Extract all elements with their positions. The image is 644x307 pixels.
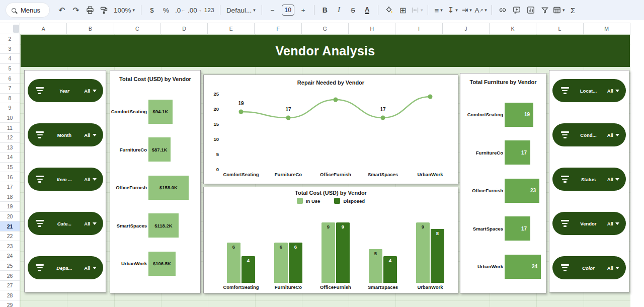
column-header-c[interactable]: C	[114, 23, 161, 34]
row-header-8[interactable]: 8	[0, 94, 20, 104]
slicer-value-dropdown[interactable]: All	[607, 88, 619, 94]
chart-total-cost-by-vendor[interactable]: Total Cost (USD) by Vendor ComfortSeatin…	[110, 70, 201, 293]
text-wrap-icon[interactable]: ⇥ ▾	[460, 4, 473, 17]
decrease-font-size-button[interactable]: −	[266, 4, 279, 17]
row-header-12[interactable]: 12	[0, 133, 20, 143]
slicer-value-dropdown[interactable]: All	[84, 132, 96, 138]
row-header-3[interactable]: 3	[0, 44, 20, 54]
row-header-22[interactable]: 22	[0, 232, 20, 242]
filter-icon[interactable]	[538, 4, 551, 17]
row-header-11[interactable]: 11	[0, 123, 20, 133]
bold-button[interactable]: B	[318, 4, 332, 17]
row-header-17[interactable]: 17	[0, 182, 20, 192]
column-header-i[interactable]: I	[395, 23, 442, 34]
currency-format-icon[interactable]: $	[145, 4, 158, 17]
slicer-vendor[interactable]: VendorAll	[552, 212, 626, 235]
column-header-e[interactable]: E	[208, 23, 255, 34]
column-header-k[interactable]: K	[490, 23, 536, 34]
row-header-24[interactable]: 24	[0, 251, 20, 261]
slicer-depa[interactable]: Depa...All	[28, 256, 103, 279]
slicer-value-dropdown[interactable]: All	[84, 221, 96, 226]
slicer-item[interactable]: Item ...All	[28, 168, 103, 191]
chevron-down-icon: ▾	[133, 8, 135, 13]
slicer-label: Year	[47, 88, 82, 94]
chart-repair-needed-by-vendor[interactable]: Repair Needed by Vendor 051015202519Comf…	[203, 74, 458, 184]
text-color-button[interactable]: A	[361, 4, 374, 17]
slicer-value-dropdown[interactable]: All	[84, 88, 96, 94]
slicer-value-dropdown[interactable]: All	[84, 177, 96, 182]
slicer-cate[interactable]: Cate...All	[28, 212, 103, 235]
row-header-21[interactable]: 21	[0, 221, 20, 232]
chart-total-furniture-by-vendor[interactable]: Total Furniture by Vendor ComfortSeating…	[460, 73, 546, 293]
increase-font-size-button[interactable]: +	[297, 4, 310, 17]
row-header-26[interactable]: 26	[0, 271, 20, 281]
row-header-5[interactable]: 5	[0, 64, 20, 74]
table-views-icon[interactable]: ▾	[552, 4, 566, 17]
redo-icon[interactable]: ↷	[69, 4, 83, 17]
row-header-28[interactable]: 28	[0, 290, 20, 300]
slicer-status[interactable]: StatusAll	[552, 168, 626, 191]
horizontal-align-icon[interactable]: ≡ ▾	[432, 4, 445, 17]
row-header-13[interactable]: 13	[0, 143, 20, 153]
row-header-18[interactable]: 18	[0, 192, 20, 202]
zoom-dropdown[interactable]: 100% ▾	[112, 4, 137, 17]
more-formats-button[interactable]: 123	[203, 4, 216, 17]
column-header-h[interactable]: H	[349, 23, 395, 34]
fill-color-icon[interactable]	[382, 4, 395, 17]
column-header-j[interactable]: J	[443, 23, 490, 34]
strikethrough-button[interactable]: S	[347, 4, 360, 17]
row-header-23[interactable]: 23	[0, 241, 20, 251]
slicer-value-dropdown[interactable]: All	[84, 265, 96, 271]
row-header-15[interactable]: 15	[0, 163, 20, 173]
percent-format-icon[interactable]: %	[159, 4, 173, 17]
print-icon[interactable]	[84, 4, 97, 17]
column-header-m[interactable]: M	[584, 23, 630, 34]
slicer-locat[interactable]: Locat...All	[552, 79, 626, 102]
column-header-l[interactable]: L	[536, 23, 583, 34]
functions-sigma-icon[interactable]: Σ	[567, 4, 580, 17]
font-size-input[interactable]: 10	[282, 5, 294, 16]
slicer-value-dropdown[interactable]: All	[607, 265, 619, 271]
row-header-7[interactable]: 7	[0, 84, 20, 94]
text-rotation-icon[interactable]: A↗ ▾	[474, 4, 488, 17]
slicer-color[interactable]: ColorAll	[552, 256, 626, 279]
column-header-g[interactable]: G	[302, 23, 349, 34]
row-header-19[interactable]: 19	[0, 202, 20, 212]
chart-total-cost-grouped[interactable]: Total Cost (USD) by Vendor In UseDispose…	[203, 187, 458, 293]
insert-chart-icon[interactable]	[524, 4, 537, 17]
row-header-20[interactable]: 20	[0, 212, 20, 222]
slicer-year[interactable]: YearAll	[28, 79, 103, 102]
column-header-b[interactable]: B	[67, 23, 114, 34]
slicer-value-dropdown[interactable]: All	[607, 177, 619, 182]
row-headers: 2345678910111213141516171819202122232425…	[0, 34, 20, 307]
paint-format-icon[interactable]	[98, 4, 111, 17]
column-header-f[interactable]: F	[255, 23, 301, 34]
borders-icon[interactable]: ⊞	[396, 4, 410, 17]
row-header-14[interactable]: 14	[0, 152, 20, 163]
row-header-4[interactable]: 4	[0, 54, 20, 64]
slicer-month[interactable]: MonthAll	[28, 123, 103, 146]
vertical-align-icon[interactable]: ↧ ▾	[446, 4, 459, 17]
row-header-10[interactable]: 10	[0, 113, 20, 123]
row-header-16[interactable]: 16	[0, 172, 20, 182]
row-header-29[interactable]: 29	[0, 300, 20, 307]
increase-decimal-icon[interactable]: .00→	[188, 4, 202, 17]
row-header-25[interactable]: 25	[0, 261, 20, 271]
row-header-9[interactable]: 9	[0, 103, 20, 113]
italic-button[interactable]: I	[333, 4, 346, 17]
column-header-a[interactable]: A	[20, 23, 67, 34]
slicer-cond[interactable]: Cond...All	[552, 123, 626, 146]
decrease-decimal-icon[interactable]: .0←	[174, 4, 187, 17]
select-all-corner[interactable]	[0, 23, 20, 34]
slicer-value-dropdown[interactable]: All	[607, 132, 619, 138]
slicer-value-dropdown[interactable]: All	[607, 221, 619, 226]
menus-search-button[interactable]: Menus	[6, 3, 49, 17]
column-header-d[interactable]: D	[161, 23, 208, 34]
row-header-27[interactable]: 27	[0, 281, 20, 291]
row-header-6[interactable]: 6	[0, 73, 20, 84]
style-dropdown[interactable]: Defaul... ▾	[224, 4, 258, 17]
row-header-2[interactable]: 2	[0, 34, 20, 44]
insert-comment-icon[interactable]	[510, 4, 523, 17]
insert-link-icon[interactable]	[496, 4, 509, 17]
undo-icon[interactable]: ↶	[55, 4, 68, 17]
